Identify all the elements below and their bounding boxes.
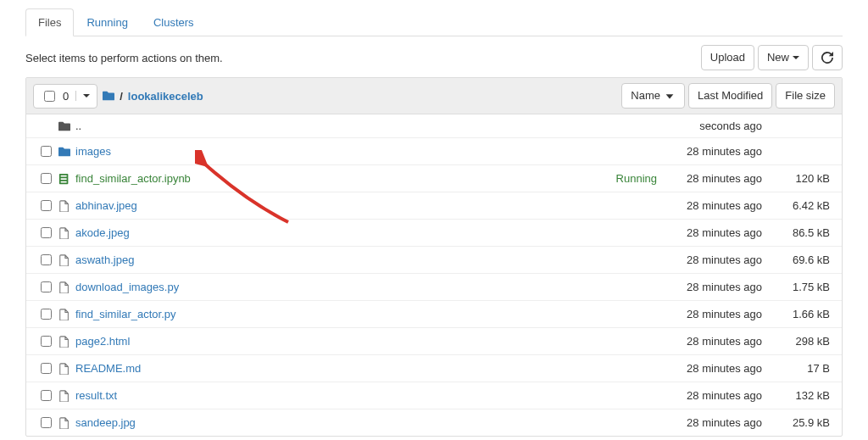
tab-running[interactable]: Running xyxy=(74,8,140,36)
row-checkbox[interactable] xyxy=(41,336,52,347)
list-item: find_similar_actor.ipynbRunning28 minute… xyxy=(26,165,842,192)
file-modified: 28 minutes ago xyxy=(657,308,767,320)
list-item: result.txt28 minutes ago132 kB xyxy=(26,382,842,409)
file-modified: 28 minutes ago xyxy=(657,335,767,348)
row-checkbox[interactable] xyxy=(41,227,52,238)
file-size: 298 kB xyxy=(767,335,835,348)
file-link[interactable]: images xyxy=(75,145,111,158)
file-icon xyxy=(58,254,70,266)
updir-link[interactable]: .. xyxy=(75,120,81,132)
row-checkbox[interactable] xyxy=(41,363,52,374)
new-button-label: New xyxy=(767,50,789,65)
file-link[interactable]: aswath.jpeg xyxy=(75,253,134,266)
row-checkbox[interactable] xyxy=(41,200,52,211)
file-modified: 28 minutes ago xyxy=(657,281,767,293)
file-link[interactable]: find_similar_actor.ipynb xyxy=(75,172,191,185)
row-checkbox[interactable] xyxy=(41,254,52,265)
folder-icon xyxy=(58,120,70,132)
file-link[interactable]: result.txt xyxy=(75,389,117,402)
sort-size-button[interactable]: File size xyxy=(776,83,835,109)
notebook-icon xyxy=(58,173,70,185)
list-item: download_images.py28 minutes ago1.75 kB xyxy=(26,274,842,301)
upload-button[interactable]: Upload xyxy=(701,45,754,70)
file-link[interactable]: page2.html xyxy=(75,335,130,348)
tab-clusters[interactable]: Clusters xyxy=(141,8,207,36)
folder-icon xyxy=(58,146,70,158)
select-all-dropdown[interactable]: 0 xyxy=(33,84,97,109)
sort-modified-button[interactable]: Last Modified xyxy=(688,83,772,109)
new-button[interactable]: New xyxy=(758,45,809,70)
file-size: 1.66 kB xyxy=(767,308,835,320)
file-modified: 28 minutes ago xyxy=(657,362,767,375)
breadcrumb-sep: / xyxy=(120,90,123,103)
file-icon xyxy=(58,281,70,293)
file-link[interactable]: sandeep.jpg xyxy=(75,416,136,429)
folder-icon[interactable] xyxy=(103,90,114,102)
file-link[interactable]: find_similar_actor.py xyxy=(75,308,176,320)
row-checkbox[interactable] xyxy=(41,309,52,320)
caret-down-icon xyxy=(793,56,799,59)
file-size: 17 B xyxy=(767,362,835,375)
list-item: page2.html28 minutes ago298 kB xyxy=(26,328,842,355)
file-modified: 28 minutes ago xyxy=(657,253,767,266)
file-icon xyxy=(58,309,70,320)
refresh-button[interactable] xyxy=(812,45,843,70)
file-panel: 0 / lookalikeceleb Name Last Modified Fi… xyxy=(25,77,843,437)
caret-down-icon xyxy=(83,94,90,97)
list-item: images28 minutes ago xyxy=(26,138,842,165)
file-icon xyxy=(58,390,70,402)
arrow-down-icon xyxy=(664,90,676,102)
breadcrumb-folder[interactable]: lookalikeceleb xyxy=(128,90,203,103)
file-modified: 28 minutes ago xyxy=(657,199,767,212)
file-link[interactable]: README.md xyxy=(75,362,141,375)
list-item: README.md28 minutes ago17 B xyxy=(26,355,842,382)
select-count: 0 xyxy=(63,90,69,103)
tabs: Files Running Clusters xyxy=(25,8,843,36)
file-icon xyxy=(58,417,70,429)
sort-name-button[interactable]: Name xyxy=(621,83,685,109)
refresh-icon xyxy=(821,52,833,64)
file-size: 120 kB xyxy=(767,172,835,185)
file-link[interactable]: abhinav.jpeg xyxy=(75,199,137,212)
file-size: 86.5 kB xyxy=(767,226,835,239)
action-hint: Select items to perform actions on them. xyxy=(25,52,223,64)
file-icon xyxy=(58,200,70,212)
file-size: 1.75 kB xyxy=(767,281,835,293)
row-checkbox[interactable] xyxy=(41,390,52,401)
file-modified: 28 minutes ago xyxy=(657,389,767,402)
tab-files[interactable]: Files xyxy=(25,8,74,36)
file-list: .. seconds ago images28 minutes agofind_… xyxy=(26,114,842,436)
row-checkbox[interactable] xyxy=(41,173,52,184)
file-status: Running xyxy=(606,172,657,185)
header-name-label: Name xyxy=(631,88,660,103)
file-icon xyxy=(58,363,70,375)
row-checkbox[interactable] xyxy=(41,146,52,157)
select-all-checkbox[interactable] xyxy=(44,91,55,102)
file-modified: 28 minutes ago xyxy=(657,416,767,429)
file-link[interactable]: akode.jpeg xyxy=(75,226,130,239)
list-item: find_similar_actor.py28 minutes ago1.66 … xyxy=(26,301,842,328)
file-modified: 28 minutes ago xyxy=(657,145,767,158)
file-size: 6.42 kB xyxy=(767,199,835,212)
list-item: aswath.jpeg28 minutes ago69.6 kB xyxy=(26,247,842,274)
list-item: sandeep.jpg28 minutes ago25.9 kB xyxy=(26,409,842,436)
file-icon xyxy=(58,336,70,348)
updir-modified: seconds ago xyxy=(657,120,767,132)
list-item-updir: .. seconds ago xyxy=(26,114,842,138)
row-checkbox[interactable] xyxy=(41,417,52,428)
row-checkbox[interactable] xyxy=(41,281,52,292)
list-item: abhinav.jpeg28 minutes ago6.42 kB xyxy=(26,192,842,220)
file-modified: 28 minutes ago xyxy=(657,172,767,185)
file-modified: 28 minutes ago xyxy=(657,226,767,239)
file-icon xyxy=(58,227,70,239)
list-item: akode.jpeg28 minutes ago86.5 kB xyxy=(26,220,842,247)
file-size: 25.9 kB xyxy=(767,416,835,429)
file-link[interactable]: download_images.py xyxy=(75,281,179,293)
file-size: 132 kB xyxy=(767,389,835,402)
file-size: 69.6 kB xyxy=(767,253,835,266)
